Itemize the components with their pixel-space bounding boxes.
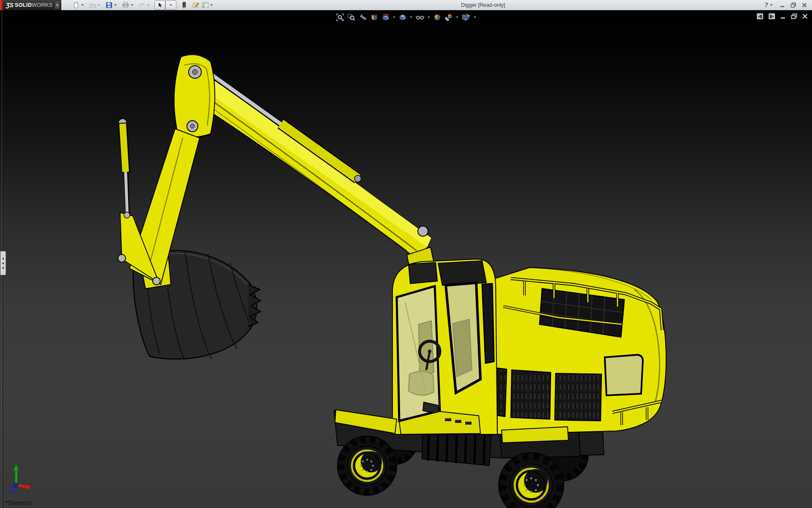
view-orientation-icon: [381, 13, 390, 22]
help-menu-dropdown[interactable]: [770, 4, 773, 6]
headsup-view-toolbar: [335, 12, 477, 22]
file-properties-icon: [192, 2, 200, 8]
document-window-controls: [757, 13, 808, 19]
zoom-to-area-icon: [347, 13, 356, 22]
save-button[interactable]: [105, 1, 113, 9]
solidworks-logo: ƷS SOLID WORKS: [0, 0, 61, 10]
options-dropdown[interactable]: [210, 4, 213, 6]
chevron-left-icon: [2, 262, 4, 265]
options-list-icon: [202, 2, 209, 8]
save-dropdown[interactable]: [114, 4, 117, 6]
save-icon: [106, 2, 112, 8]
minimize-document-button[interactable]: [780, 14, 786, 19]
view-orientation-dropdown[interactable]: [393, 17, 395, 18]
chevron-left-icon: [758, 15, 760, 18]
close-document-button[interactable]: [802, 14, 808, 19]
select-button[interactable]: [154, 0, 165, 10]
close-button[interactable]: [802, 3, 807, 8]
zoom-to-fit-icon: [336, 13, 344, 22]
toggle-right-pane-button[interactable]: [768, 13, 775, 19]
apply-scene-button[interactable]: [444, 12, 454, 22]
hide-show-items-button[interactable]: [414, 12, 425, 22]
restore-button[interactable]: [790, 3, 796, 8]
boom-arm: [118, 55, 436, 285]
rebuild-button[interactable]: [180, 1, 188, 9]
apply-scene-icon: [444, 13, 453, 22]
minimize-button[interactable]: [780, 3, 785, 8]
help-button[interactable]: ?: [765, 2, 768, 8]
new-document-icon: [73, 2, 80, 8]
pane-block: [770, 15, 772, 18]
main-toolbar: [71, 0, 214, 10]
view-settings-button[interactable]: [461, 12, 472, 22]
view-settings-icon: [461, 13, 471, 22]
select-dropdown[interactable]: [165, 0, 176, 10]
open-dropdown[interactable]: [98, 4, 100, 6]
chevron-left-icon: [2, 257, 4, 260]
menu-expand-button[interactable]: [55, 1, 60, 9]
window-controls: ?: [765, 2, 812, 8]
select-cursor-icon: [156, 2, 163, 8]
options-button[interactable]: [201, 1, 209, 9]
hide-show-items-dropdown[interactable]: [428, 17, 430, 18]
open-button[interactable]: [88, 1, 97, 9]
print-icon: [122, 2, 129, 8]
view-orientation-label: *Dimetric: [5, 499, 33, 506]
restore-document-button[interactable]: [791, 14, 797, 19]
print-dropdown[interactable]: [131, 4, 133, 6]
brand-red-stripe: [0, 0, 3, 10]
section-view-icon: [370, 13, 379, 22]
excavator-model: [0, 10, 812, 508]
view-orientation-button[interactable]: [381, 12, 391, 22]
reference-triad: [8, 464, 32, 492]
brand-name-light: WORKS: [32, 2, 52, 8]
graphics-area[interactable]: *Dimetric: [0, 10, 812, 508]
rebuild-traffic-light-icon: [181, 2, 187, 8]
section-view-button[interactable]: [369, 12, 379, 22]
chevron-right-icon: [57, 4, 58, 6]
titlebar: ƷS SOLID WORKS: [0, 0, 812, 11]
undo-dropdown[interactable]: [147, 4, 150, 6]
front-wheel: [337, 436, 397, 495]
feature-tree-collapsed-tab[interactable]: [0, 251, 6, 275]
previous-view-button[interactable]: [358, 12, 368, 22]
solidworks-window: ƷS SOLID WORKS: [0, 0, 812, 508]
chevron-down-icon: [170, 4, 172, 6]
chevron-left-icon: [2, 267, 4, 269]
new-document-button[interactable]: [72, 1, 80, 9]
edit-appearance-button[interactable]: [432, 12, 442, 22]
display-style-button[interactable]: [398, 12, 408, 22]
brand-name-bold: SOLID: [15, 2, 32, 8]
new-document-dropdown[interactable]: [81, 4, 84, 6]
window-title: Digger [Read-only]: [461, 2, 505, 8]
toggle-left-pane-button[interactable]: [757, 13, 763, 19]
zoom-to-area-button[interactable]: [346, 12, 357, 22]
undo-icon: [139, 2, 145, 8]
chevron-right-icon: [772, 15, 774, 18]
display-style-dropdown[interactable]: [410, 17, 412, 18]
cab: [392, 259, 497, 434]
file-properties-button[interactable]: [192, 1, 200, 9]
eyeglasses-icon: [415, 13, 425, 22]
undo-button[interactable]: [138, 1, 146, 9]
zoom-to-fit-button[interactable]: [335, 12, 345, 22]
print-button[interactable]: [121, 1, 130, 9]
previous-view-icon: [359, 13, 367, 22]
display-style-icon: [398, 13, 407, 22]
apply-scene-dropdown[interactable]: [456, 17, 458, 18]
vehicle-body: [334, 259, 666, 508]
appearance-sphere-icon: [433, 13, 442, 22]
pane-block: [760, 15, 762, 18]
view-settings-dropdown[interactable]: [474, 17, 476, 18]
open-icon: [89, 2, 96, 8]
brand-3ds-mark: ƷS: [6, 2, 14, 8]
